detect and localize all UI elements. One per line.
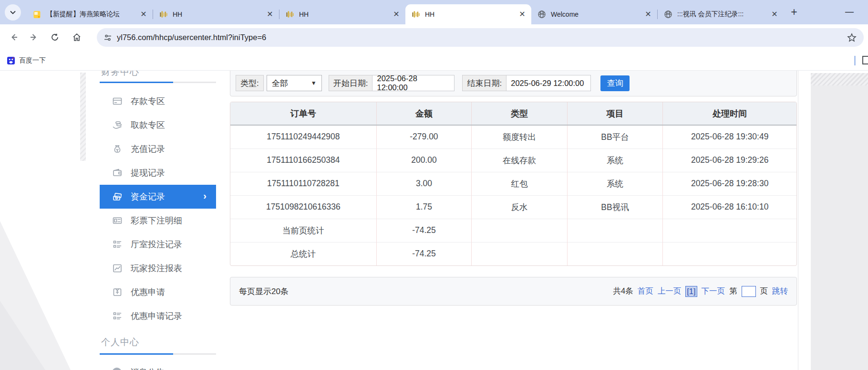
column-header: 类型 [472,102,568,125]
sidebar-menu: 存款专区取款专区充值记录提现记录资金记录›彩票下注明细厅室投注记录玩家投注报表优… [100,89,216,328]
sidebar-item-5[interactable]: 彩票下注明细 [100,209,216,233]
table-cell: BB视讯 [567,195,663,219]
ticket-icon [112,215,123,226]
table-cell: 1751110249442908 [230,125,376,148]
table-cell: 2025-06-28 19:29:26 [663,148,796,172]
pagination-bar: 每页显示20条 共4条 首页 上一页 [1] 下一页 第 页 跳转 [230,277,797,306]
goldbars-icon [412,10,420,19]
table-cell [567,242,663,265]
table-cell: 2025-06-28 16:10:10 [663,195,796,219]
prev-page-link[interactable]: 上一页 [658,286,682,296]
end-date-label: 结束日期: [462,75,506,91]
gift-icon [112,287,123,297]
table-cell: 系统 [567,148,663,172]
home-icon [72,32,82,42]
search-button[interactable]: 查询 [600,75,630,91]
tab-close-icon[interactable]: ✕ [392,10,401,19]
sidebar-item-8[interactable]: 优惠申请 [100,280,216,304]
address-bar[interactable]: yl756.com/hhcp/usercenter.html?iniType=6 [97,28,864,47]
end-date-input[interactable]: 2025-06-29 12:00:00 [506,75,591,91]
bookmark-label: 百度一下 [19,56,46,65]
column-header: 处理时间 [663,102,796,125]
tab-title: HH [299,11,388,18]
sidebar-item-7[interactable]: 玩家投注报表 [100,256,216,280]
records-table: 订单号金额类型项目处理时间 1751110249442908-279.00额度转… [230,102,797,266]
table-row: 1751110249442908-279.00额度转出BB平台2025-06-2… [230,125,796,148]
sidebar-item-label: 玩家投注报表 [131,263,182,274]
browser-tab-1[interactable]: HH✕ [153,4,279,24]
browser-tab-4[interactable]: Welcome✕ [531,4,657,24]
globe-icon [537,10,546,19]
start-date-input[interactable]: 2025-06-28 12:00:00 [372,75,455,91]
section-underline [100,82,216,83]
sidebar-item-3[interactable]: 提现记录 [100,161,216,185]
table-cell: 总统计 [230,242,376,265]
tab-title: Welcome [551,11,640,18]
tab-search-button[interactable] [5,4,21,21]
browser-tab-0[interactable]: 【新提醒】海燕策略论坛✕ [27,4,153,24]
table-cell: BB平台 [567,125,663,148]
filter-panel: 类型: 全部 ▼ 开始日期: 2025-06-28 12:00:00 结束日期:… [230,71,797,96]
page-icon [33,10,41,19]
table-cell: 200.00 [376,148,471,172]
tab-strip: 【新提醒】海燕策略论坛✕HH✕HH✕HH✕Welcome✕:::视讯 会员下注纪… [0,0,868,24]
jump-link[interactable]: 跳转 [772,286,788,296]
browser-tab-3[interactable]: HH✕ [405,4,531,24]
table-cell: 1.75 [376,195,471,219]
table-header-row: 订单号金额类型项目处理时间 [230,102,796,125]
tab-title: HH [425,11,514,18]
side-panel-icon[interactable] [862,56,868,64]
table-cell: 2025-06-28 19:28:30 [663,172,796,195]
section-underline [100,353,216,355]
jump-suffix: 页 [760,286,768,296]
back-button[interactable] [6,29,22,45]
toolbar: yl756.com/hhcp/usercenter.html?iniType=6 [0,24,868,51]
table-cell: 在线存款 [472,148,568,172]
first-page-link[interactable]: 首页 [638,286,653,296]
bookmark-star-icon[interactable] [847,32,857,43]
reload-button[interactable] [47,29,63,45]
sidebar-item-4[interactable]: 资金记录› [100,185,216,209]
sidebar-item-label: 存款专区 [131,95,165,107]
sidebar-item-0[interactable]: 存款专区 [100,89,216,113]
sidebar-item-9[interactable]: 优惠申请记录 [100,304,216,328]
sidebar-item-1[interactable]: 取款专区 [100,113,216,137]
total-count: 共4条 [613,286,633,296]
type-select[interactable]: 全部 ▼ [267,75,322,91]
sidebar-item-2[interactable]: 充值记录 [100,137,216,161]
tab-close-icon[interactable]: ✕ [266,10,274,19]
tab-close-icon[interactable]: ✕ [518,10,527,19]
table-cell: 系统 [567,172,663,195]
start-date-label: 开始日期: [329,75,373,91]
message-icon [112,368,122,370]
forward-button[interactable] [26,29,42,45]
sidebar-item-label: 充值记录 [131,143,165,155]
column-header: 订单号 [230,102,376,125]
next-page-link[interactable]: 下一页 [702,286,725,296]
url-text: yl756.com/hhcp/usercenter.html?iniType=6 [117,33,847,42]
browser-tab-5[interactable]: :::视讯 会员下注纪录:::✕ [658,4,784,24]
table-cell: 3.00 [376,172,471,195]
table-cell: -74.25 [376,242,471,265]
minimize-window-button[interactable]: — [842,5,857,19]
bookmark-baidu[interactable]: 百度一下 [7,54,46,67]
page-number-input[interactable] [742,286,756,297]
table-cell [472,242,568,265]
tab-close-icon[interactable]: ✕ [139,10,148,19]
current-page-badge: [1] [685,286,697,297]
home-button[interactable] [69,29,85,45]
new-tab-button[interactable]: + [788,6,800,19]
browser-tab-2[interactable]: HH✕ [279,4,405,24]
tab-title: 【新提醒】海燕策略论坛 [46,10,135,19]
sidebar-item-label: 优惠申请记录 [131,310,182,322]
hand-icon [112,120,123,130]
sidebar-item-label: 厅室投注记录 [131,239,182,250]
tab-close-icon[interactable]: ✕ [644,10,652,19]
sidebar-item-partial[interactable]: 消息公告 [100,360,216,370]
tab-close-icon[interactable]: ✕ [770,10,779,19]
bookmarks-bar: 百度一下 [0,51,868,71]
select-chevron-icon: ▼ [311,80,317,86]
reload-icon [50,32,60,42]
sidebar-item-6[interactable]: 厅室投注记录 [100,233,216,256]
table-cell: 额度转出 [472,125,568,148]
